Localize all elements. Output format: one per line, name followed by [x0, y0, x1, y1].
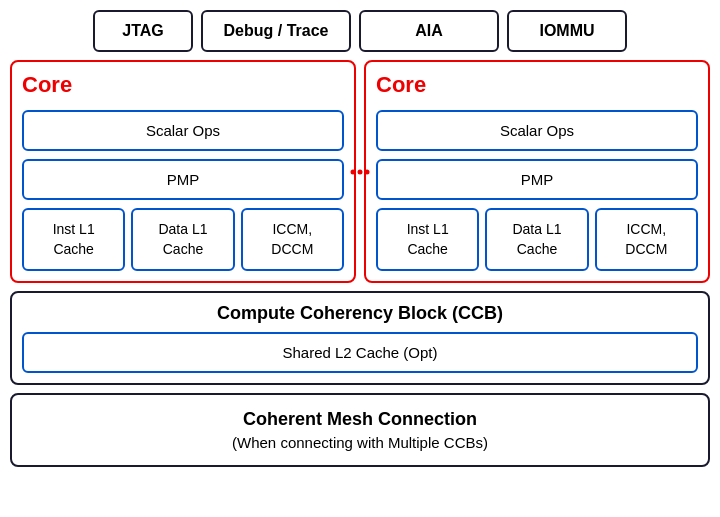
debug-box: Debug / Trace: [201, 10, 351, 52]
iccm-left: ICCM,DCCM: [241, 208, 344, 271]
jtag-box: JTAG: [93, 10, 193, 52]
mesh-section: Coherent Mesh Connection (When connectin…: [10, 393, 710, 467]
aia-label: AIA: [415, 22, 443, 39]
scalar-ops-left: Scalar Ops: [22, 110, 344, 151]
iccm-left-label: ICCM,DCCM: [271, 221, 313, 257]
core-left: Core Scalar Ops PMP Inst L1Cache Data L1…: [10, 60, 356, 283]
core-left-title: Core: [22, 72, 344, 98]
top-bar: JTAG Debug / Trace AIA IOMMU: [10, 10, 710, 52]
iommu-label: IOMMU: [539, 22, 594, 39]
core-right: Core Scalar Ops PMP Inst L1Cache Data L1…: [364, 60, 710, 283]
connector: [351, 169, 370, 174]
iccm-right-label: ICCM,DCCM: [625, 221, 667, 257]
data-l1-left-label: Data L1Cache: [158, 221, 207, 257]
data-l1-right-label: Data L1Cache: [512, 221, 561, 257]
inst-l1-right: Inst L1Cache: [376, 208, 479, 271]
mesh-subtitle: (When connecting with Multiple CCBs): [22, 434, 698, 451]
conn-dot-3: [365, 169, 370, 174]
cache-row-left: Inst L1Cache Data L1Cache ICCM,DCCM: [22, 208, 344, 271]
cores-row: Core Scalar Ops PMP Inst L1Cache Data L1…: [10, 60, 710, 283]
debug-label: Debug / Trace: [224, 22, 329, 39]
inst-l1-right-label: Inst L1Cache: [407, 221, 449, 257]
scalar-ops-right: Scalar Ops: [376, 110, 698, 151]
iommu-box: IOMMU: [507, 10, 627, 52]
shared-l2-cache: Shared L2 Cache (Opt): [22, 332, 698, 373]
conn-dot-2: [358, 169, 363, 174]
data-l1-right: Data L1Cache: [485, 208, 588, 271]
conn-dot-1: [351, 169, 356, 174]
mesh-title: Coherent Mesh Connection: [22, 409, 698, 430]
pmp-right: PMP: [376, 159, 698, 200]
core-right-title: Core: [376, 72, 698, 98]
iccm-right: ICCM,DCCM: [595, 208, 698, 271]
cache-row-right: Inst L1Cache Data L1Cache ICCM,DCCM: [376, 208, 698, 271]
inst-l1-left: Inst L1Cache: [22, 208, 125, 271]
pmp-left: PMP: [22, 159, 344, 200]
data-l1-left: Data L1Cache: [131, 208, 234, 271]
jtag-label: JTAG: [122, 22, 163, 39]
ccb-section: Compute Coherency Block (CCB) Shared L2 …: [10, 291, 710, 385]
aia-box: AIA: [359, 10, 499, 52]
ccb-title: Compute Coherency Block (CCB): [22, 303, 698, 324]
inst-l1-left-label: Inst L1Cache: [53, 221, 95, 257]
